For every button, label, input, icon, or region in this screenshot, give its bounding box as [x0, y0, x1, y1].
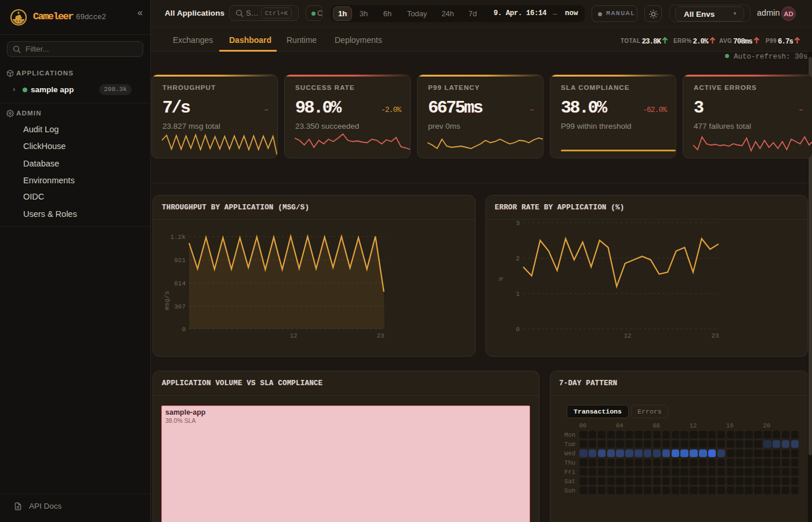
- svg-text:1: 1: [516, 291, 520, 298]
- svg-text:921: 921: [174, 257, 186, 264]
- svg-text:0: 0: [516, 326, 520, 333]
- svg-text:614: 614: [174, 280, 186, 287]
- svg-text:23: 23: [711, 332, 719, 339]
- svg-text:msg/s: msg/s: [164, 291, 171, 310]
- svg-text:12: 12: [289, 332, 297, 339]
- svg-text:3: 3: [516, 220, 520, 227]
- svg-text:1.2k: 1.2k: [171, 234, 186, 241]
- svg-text:23: 23: [376, 332, 384, 339]
- svg-text:307: 307: [174, 303, 186, 310]
- svg-text:0: 0: [182, 326, 186, 333]
- svg-text:%: %: [498, 277, 505, 281]
- svg-text:2: 2: [516, 255, 520, 262]
- svg-text:12: 12: [624, 332, 631, 339]
